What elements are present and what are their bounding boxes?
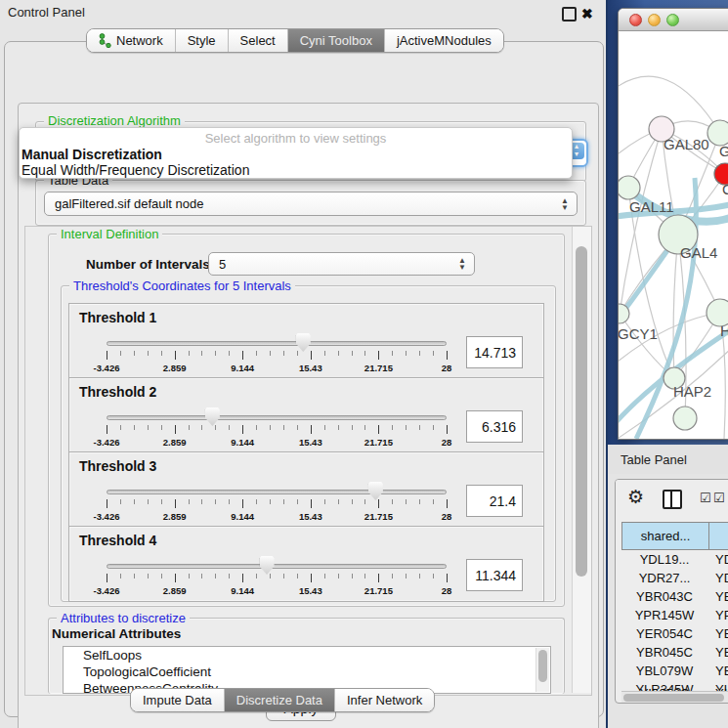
- threshold-3-slider[interactable]: -3.4262.8599.14415.4321.71528: [107, 488, 447, 523]
- show-columns-icon[interactable]: [663, 490, 682, 509]
- settings-scroll-pane: Interval Definition Number of Intervals …: [24, 226, 592, 696]
- select-none-checkbox-icon[interactable]: ☑: [713, 492, 725, 504]
- screen: Control Panel ✖ Network Style Select Cyn: [0, 0, 728, 728]
- select-all-checkbox-icon[interactable]: ☑: [700, 492, 711, 504]
- tab-infer-network[interactable]: Infer Network: [335, 689, 434, 711]
- desktop-background: GAL80 GA C GAL11 GAL4 GCY1 H HAP2: [608, 0, 728, 445]
- zoom-window-icon[interactable]: [666, 14, 679, 26]
- slider-major-tick: [242, 351, 243, 360]
- cell-name[interactable]: YDR2: [715, 571, 728, 585]
- slider-major-tick: [378, 499, 379, 508]
- table-row[interactable]: YER054CYER0: [621, 626, 728, 645]
- tab-discretize-data-label: Discretize Data: [236, 693, 322, 707]
- table-row[interactable]: YPR145WYPR1: [621, 608, 728, 626]
- list-item[interactable]: TopologicalCoefficient: [64, 664, 550, 680]
- node-bottom[interactable]: [673, 407, 697, 430]
- column-header-name[interactable]: na: [708, 522, 728, 550]
- table-data-combobox[interactable]: galFiltered.sif default node ▲▼: [44, 192, 578, 216]
- settings-scrollbar-thumb[interactable]: [576, 246, 587, 577]
- cell-shared-name[interactable]: YBR043C: [623, 589, 706, 604]
- close-icon[interactable]: ✖: [581, 7, 593, 21]
- cell-name[interactable]: YBR0: [715, 589, 728, 604]
- threshold-3-panel: Threshold 3 -3.4262.8599.14415.4321.7152…: [68, 451, 544, 528]
- slider-track[interactable]: [107, 341, 447, 346]
- node-gal11[interactable]: [619, 176, 640, 199]
- cell-name[interactable]: YPR1: [715, 608, 728, 622]
- option-equal-width-frequency[interactable]: Equal Width/Frequency Discretization: [20, 162, 572, 178]
- node-label: GAL4: [680, 244, 717, 261]
- close-window-icon[interactable]: [629, 14, 642, 26]
- cell-shared-name[interactable]: YBL079W: [623, 664, 706, 678]
- tab-cyni-toolbox[interactable]: Cyni Toolbox: [288, 29, 385, 52]
- slider-major-tick: [447, 351, 448, 360]
- combo-arrows-icon: ▲▼: [458, 257, 466, 271]
- cell-shared-name[interactable]: YPR145W: [623, 608, 706, 622]
- cell-shared-name[interactable]: YBR045C: [623, 645, 706, 660]
- table-row[interactable]: YDR27...YDR2: [621, 571, 728, 589]
- slider-tick-label: -3.426: [94, 363, 120, 373]
- threshold-3-value-field[interactable]: 21.4: [466, 485, 523, 517]
- threshold-2-slider[interactable]: -3.4262.8599.14415.4321.71528: [107, 413, 447, 449]
- list-scrollbar-thumb[interactable]: [538, 650, 547, 682]
- tab-network-label: Network: [116, 33, 163, 48]
- attributes-group-label: Attributes to discretize: [57, 611, 190, 625]
- combo-arrows-icon: ▲▼: [561, 197, 569, 211]
- list-scrollbar[interactable]: [535, 648, 549, 692]
- float-window-icon[interactable]: [562, 7, 577, 21]
- threshold-1-thumb[interactable]: [296, 333, 311, 352]
- slider-major-tick: [447, 574, 448, 582]
- slider-major-tick: [311, 499, 312, 508]
- minimize-window-icon[interactable]: [648, 14, 661, 26]
- cell-shared-name[interactable]: YER054C: [623, 626, 706, 641]
- threshold-4-value-field[interactable]: 11.344: [466, 559, 523, 591]
- cell-name[interactable]: YDL1: [715, 552, 728, 567]
- network-view-window[interactable]: GAL80 GA C GAL11 GAL4 GCY1 H HAP2: [618, 8, 728, 440]
- cyni-toolbox-panel: Discretization Algorithm ▲▼ Select algor…: [4, 41, 604, 717]
- option-manual-discretization[interactable]: Manual Discretization: [20, 147, 572, 162]
- tab-discretize-data[interactable]: Discretize Data: [225, 689, 335, 711]
- num-intervals-combobox[interactable]: 5 ▲▼: [208, 252, 475, 276]
- threshold-2-panel: Threshold 2 -3.4262.8599.14415.4321.7152…: [68, 377, 544, 453]
- table-scrollbar-thumb[interactable]: [623, 694, 724, 702]
- cell-shared-name[interactable]: YDL19...: [623, 552, 706, 567]
- network-canvas[interactable]: GAL80 GA C GAL11 GAL4 GCY1 H HAP2: [619, 31, 728, 439]
- cell-name[interactable]: YBL0: [715, 664, 728, 678]
- tab-cyni-toolbox-label: Cyni Toolbox: [300, 33, 372, 48]
- slider-major-tick: [175, 574, 176, 582]
- threshold-1-value-field[interactable]: 14.713: [466, 336, 523, 368]
- list-item[interactable]: SelfLoops: [64, 647, 550, 664]
- threshold-2-value-field[interactable]: 6.316: [466, 410, 523, 443]
- cell-name[interactable]: YBR0: [715, 645, 728, 660]
- column-header-shared-name[interactable]: shared...: [621, 522, 709, 550]
- slider-tick-label: 9.144: [231, 585, 254, 596]
- slider-major-tick: [378, 351, 379, 360]
- tab-style[interactable]: Style: [176, 29, 229, 52]
- threshold-2-label: Threshold 2: [79, 384, 156, 400]
- threshold-1-slider[interactable]: -3.4262.8599.14415.4321.71528: [107, 339, 447, 374]
- numerical-attributes-list[interactable]: SelfLoops TopologicalCoefficient Between…: [63, 646, 551, 694]
- table-horizontal-scrollbar[interactable]: [621, 691, 728, 704]
- slider-tick-label: -3.426: [94, 437, 120, 448]
- table-panel-titlebar: Table Panel: [608, 445, 728, 474]
- table-row[interactable]: YBR045CYBR0: [621, 645, 728, 664]
- threshold-3-thumb[interactable]: [368, 482, 383, 500]
- slider-track[interactable]: [107, 490, 447, 494]
- slider-tick-label: 21.715: [364, 585, 393, 596]
- slider-track[interactable]: [107, 564, 447, 569]
- table-row[interactable]: YBR043CYBR0: [621, 589, 728, 608]
- cell-shared-name[interactable]: YDR27...: [623, 571, 706, 585]
- gear-icon[interactable]: ⚙: [627, 487, 644, 508]
- tab-network[interactable]: Network: [87, 29, 176, 52]
- settings-scrollbar[interactable]: [572, 227, 591, 693]
- tab-impute-data[interactable]: Impute Data: [131, 689, 225, 711]
- threshold-4-slider[interactable]: -3.4262.8599.14415.4321.71528: [107, 562, 447, 597]
- tab-select[interactable]: Select: [229, 29, 288, 52]
- slider-track[interactable]: [107, 415, 447, 420]
- tab-jactivemnodules-label: jActiveMNodules: [397, 33, 492, 48]
- table-row[interactable]: YDL19...YDL1: [621, 552, 728, 571]
- threshold-2-thumb[interactable]: [205, 407, 220, 426]
- tab-jactivemnodules[interactable]: jActiveMNodules: [385, 29, 503, 52]
- table-row[interactable]: YBL079WYBL0: [621, 664, 728, 682]
- threshold-4-thumb[interactable]: [260, 556, 275, 575]
- cell-name[interactable]: YER0: [715, 626, 728, 641]
